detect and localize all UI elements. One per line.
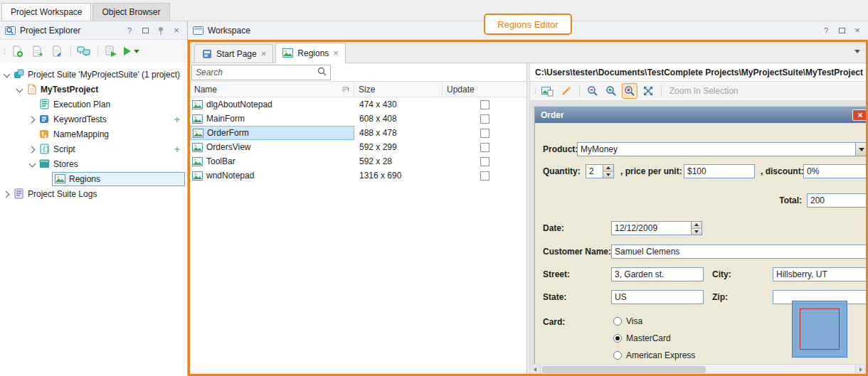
search-icon[interactable] — [317, 67, 327, 78]
toolbar-separator — [661, 85, 662, 97]
close-icon[interactable] — [171, 25, 182, 36]
network-suite-icon[interactable] — [75, 43, 93, 60]
close-icon — [852, 109, 866, 121]
tree-item-label: Stores — [53, 159, 78, 169]
workspace-panel: Workspace Start Page Regio — [188, 21, 868, 376]
table-row-wndnotepad[interactable]: wndNotepad 1316 x 690 — [190, 168, 526, 183]
chevron-down-icon[interactable] — [3, 71, 10, 78]
row-name: OrderForm — [207, 128, 249, 138]
project-suite-icon — [14, 69, 24, 80]
row-name: wndNotepad — [206, 171, 254, 181]
tree-item-stores[interactable]: Stores — [0, 156, 187, 171]
tree-item-mytestproject[interactable]: MyTestProject — [0, 82, 187, 97]
scroll-right-icon[interactable] — [855, 365, 866, 374]
magic-wand-icon[interactable] — [559, 83, 574, 99]
chevron-right-icon[interactable] — [28, 116, 36, 123]
tab-object-browser-label: Object Browser — [102, 7, 160, 17]
compare-image-icon[interactable] — [540, 83, 556, 99]
scrollbar-thumb[interactable] — [542, 366, 706, 373]
chevron-right-icon[interactable] — [3, 190, 10, 198]
close-icon[interactable] — [333, 48, 339, 58]
tab-object-browser[interactable]: Object Browser — [92, 3, 169, 21]
toolbar-drag-handle[interactable]: ⁞ — [534, 87, 536, 95]
region-preview-pane: C:\Users\tester\Documents\TestComplete P… — [530, 63, 866, 374]
region-selection-overlay[interactable] — [792, 301, 847, 358]
column-update-label: Update — [447, 85, 475, 95]
region-preview-canvas[interactable]: Order Product: MyMoney Quantity: — [530, 101, 866, 364]
column-header-size[interactable]: Size — [354, 82, 443, 97]
tree-item-regions[interactable]: Regions — [0, 171, 187, 186]
order-form-titlebar: Order — [535, 107, 866, 123]
table-row-dlgaboutnotepad[interactable]: dlgAboutNotepad 474 x 430 — [190, 97, 526, 112]
regions-editor-body: Name Size Update — [190, 63, 866, 374]
main-tabbar: Project Workspace Object Browser — [0, 0, 868, 21]
tab-start-page[interactable]: Start Page — [194, 44, 273, 63]
table-row-orderform[interactable]: OrderForm 488 x 478 — [190, 126, 526, 140]
zoom-in-icon[interactable] — [603, 83, 619, 99]
customer-name-label: Customer Name: — [543, 247, 611, 257]
table-row-mainform[interactable]: MainForm 608 x 408 — [190, 112, 526, 126]
tree-item-project-suite[interactable]: Project Suite 'MyProjectSuite' (1 projec… — [0, 67, 187, 82]
search-box — [191, 65, 331, 80]
chevron-spacer — [28, 131, 36, 138]
add-existing-item-icon[interactable] — [28, 43, 46, 60]
start-page-icon — [201, 48, 212, 59]
update-checkbox[interactable] — [480, 129, 489, 138]
grid-header: Name Size Update — [190, 82, 526, 97]
horizontal-scrollbar[interactable] — [530, 364, 866, 374]
price-field: $100 — [684, 164, 755, 178]
column-header-update[interactable]: Update — [443, 82, 526, 97]
update-checkbox[interactable] — [480, 171, 489, 181]
sort-icon[interactable] — [342, 85, 349, 95]
float-icon[interactable] — [836, 25, 847, 36]
update-checkbox[interactable] — [480, 114, 489, 124]
row-size: 592 x 299 — [354, 142, 443, 152]
scroll-left-icon[interactable] — [530, 365, 541, 374]
add-icon[interactable]: + — [174, 114, 180, 125]
pin-icon[interactable] — [155, 25, 166, 36]
close-icon[interactable] — [261, 48, 267, 59]
table-row-ordersview[interactable]: OrdersView 592 x 299 — [190, 140, 526, 154]
add-icon[interactable]: + — [174, 144, 180, 155]
tree-item-project-suite-logs[interactable]: Project Suite Logs — [0, 186, 187, 201]
fit-to-window-icon[interactable] — [640, 83, 656, 99]
table-row-toolbar[interactable]: ToolBar 592 x 28 — [190, 154, 526, 168]
update-checkbox[interactable] — [480, 157, 489, 166]
add-item-icon[interactable] — [9, 43, 26, 60]
float-icon[interactable] — [139, 25, 151, 36]
close-icon[interactable] — [852, 25, 863, 36]
run-icon[interactable] — [122, 43, 140, 60]
column-header-name[interactable]: Name — [190, 82, 354, 97]
toolbar-separator — [97, 45, 98, 58]
update-checkbox[interactable] — [480, 143, 489, 152]
row-size: 488 x 478 — [354, 128, 443, 138]
zoom-out-icon[interactable] — [585, 83, 600, 99]
product-label: Product: — [543, 144, 578, 154]
export-item-icon[interactable] — [48, 43, 66, 60]
street-value: 3, Garden st. — [612, 269, 703, 279]
help-icon[interactable] — [124, 25, 135, 36]
tab-project-workspace[interactable]: Project Workspace — [1, 3, 91, 21]
chevron-right-icon[interactable] — [28, 146, 36, 153]
tab-regions[interactable]: Regions — [275, 43, 346, 63]
tab-list-dropdown-icon[interactable] — [854, 50, 860, 53]
zoom-selection-icon[interactable] — [622, 83, 637, 99]
tree-item-keywordtests[interactable]: KeywordTests + — [0, 112, 187, 127]
tree-item-namemapping[interactable]: NameMapping — [0, 127, 187, 141]
column-size-label: Size — [359, 85, 375, 95]
chevron-down-icon[interactable] — [28, 161, 36, 168]
tree-item-execution-plan[interactable]: Execution Plan — [0, 97, 187, 112]
discount-value: 0% — [804, 166, 866, 176]
tree-item-script[interactable]: {} Script + — [0, 141, 187, 156]
update-checkbox[interactable] — [480, 100, 489, 109]
search-input[interactable] — [196, 68, 314, 77]
chevron-down-icon[interactable] — [16, 86, 23, 93]
price-per-unit-label: , price per unit: — [620, 166, 682, 176]
row-name: MainForm — [206, 114, 245, 124]
toolbar-separator — [579, 85, 580, 97]
annotation-label: Regions Editor — [497, 19, 558, 30]
toolbar-drag-handle[interactable]: ⁞ — [4, 48, 5, 55]
run-project-icon[interactable] — [102, 43, 120, 60]
run-dropdown-icon[interactable] — [134, 50, 139, 53]
help-icon[interactable] — [820, 25, 832, 36]
